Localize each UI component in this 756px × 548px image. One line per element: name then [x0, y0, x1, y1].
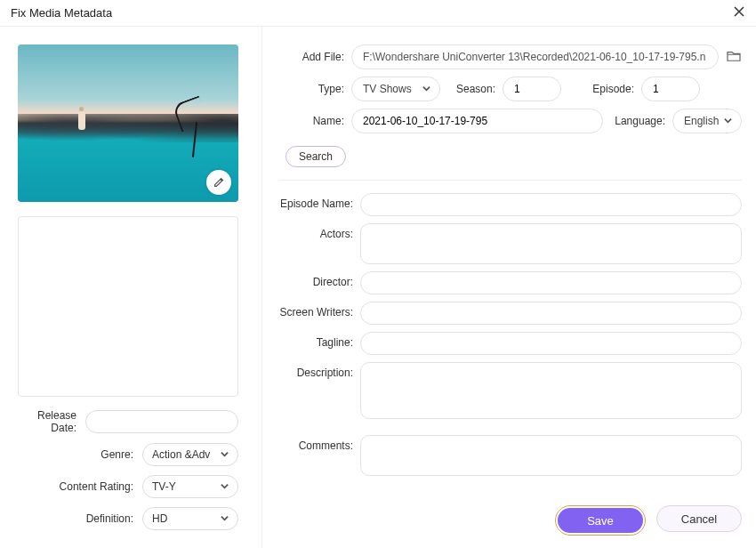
definition-value: HD: [152, 512, 167, 525]
main-content: Release Date: Genre: Action &Adv Content…: [0, 27, 756, 548]
language-label: Language:: [603, 115, 672, 127]
edit-icon: [213, 176, 225, 189]
screen-writers-input[interactable]: [360, 302, 742, 325]
director-input[interactable]: [360, 271, 742, 294]
left-fields: Release Date: Genre: Action &Adv Content…: [18, 409, 238, 539]
content-rating-label: Content Rating:: [18, 480, 142, 493]
save-button-highlight: Save: [555, 505, 646, 536]
chevron-down-icon: [221, 448, 229, 461]
chevron-down-icon: [221, 512, 229, 525]
preview-panel: [18, 216, 238, 397]
season-label: Season:: [440, 83, 503, 95]
definition-select[interactable]: HD: [142, 507, 238, 530]
episode-input[interactable]: [641, 77, 700, 101]
actors-label: Actors:: [271, 223, 360, 264]
type-label: Type:: [271, 83, 351, 95]
language-select[interactable]: English: [672, 109, 742, 133]
chevron-down-icon: [724, 115, 732, 127]
genre-select[interactable]: Action &Adv: [142, 443, 238, 466]
episode-name-input[interactable]: [360, 193, 742, 216]
cancel-button[interactable]: Cancel: [656, 505, 742, 532]
add-file-label: Add File:: [271, 51, 351, 63]
footer-buttons: Save Cancel: [555, 505, 742, 536]
genre-value: Action &Adv: [152, 448, 210, 461]
edit-thumbnail-button[interactable]: [206, 170, 231, 195]
name-label: Name:: [271, 115, 351, 127]
media-thumbnail: [18, 44, 238, 202]
chevron-down-icon: [221, 480, 229, 493]
episode-label: Episode:: [561, 83, 641, 95]
description-input[interactable]: [360, 362, 742, 419]
screen-writers-label: Screen Writers:: [271, 302, 360, 325]
save-button[interactable]: Save: [558, 508, 643, 533]
name-input[interactable]: [351, 109, 603, 133]
type-select[interactable]: TV Shows: [351, 77, 440, 101]
left-column: Release Date: Genre: Action &Adv Content…: [0, 27, 262, 548]
chevron-down-icon: [422, 83, 430, 95]
detail-fields: Episode Name: Actors: Director: Screen W…: [271, 193, 742, 483]
content-rating-value: TV-Y: [152, 480, 176, 493]
director-label: Director:: [271, 271, 360, 294]
release-date-input[interactable]: [85, 410, 238, 433]
file-path-value: F:\Wondershare UniConverter 13\Recorded\…: [363, 51, 705, 63]
thumbnail-art: [78, 112, 85, 130]
genre-label: Genre:: [18, 448, 142, 461]
language-value: English: [684, 115, 719, 127]
type-value: TV Shows: [363, 83, 412, 95]
top-fields: Add File: F:\Wondershare UniConverter 13…: [271, 44, 742, 167]
folder-icon: [726, 50, 742, 62]
search-button[interactable]: Search: [286, 146, 346, 167]
episode-name-label: Episode Name:: [271, 193, 360, 216]
release-date-label: Release Date:: [18, 409, 85, 434]
actors-input[interactable]: [360, 223, 742, 264]
description-label: Description:: [271, 362, 360, 419]
comments-input[interactable]: [360, 435, 742, 476]
definition-label: Definition:: [18, 512, 142, 525]
titlebar: Fix Media Metadata: [0, 0, 756, 27]
comments-label: Comments:: [271, 435, 360, 476]
content-rating-select[interactable]: TV-Y: [142, 475, 238, 498]
right-column: Add File: F:\Wondershare UniConverter 13…: [262, 27, 756, 548]
close-icon[interactable]: [733, 5, 745, 20]
tagline-label: Tagline:: [271, 332, 360, 355]
browse-folder-button[interactable]: [726, 50, 742, 65]
file-path-field[interactable]: F:\Wondershare UniConverter 13\Recorded\…: [351, 44, 719, 69]
window-title: Fix Media Metadata: [11, 6, 112, 20]
divider: [280, 180, 742, 181]
thumbnail-art: [167, 95, 221, 157]
season-input[interactable]: [503, 77, 561, 101]
tagline-input[interactable]: [360, 332, 742, 355]
